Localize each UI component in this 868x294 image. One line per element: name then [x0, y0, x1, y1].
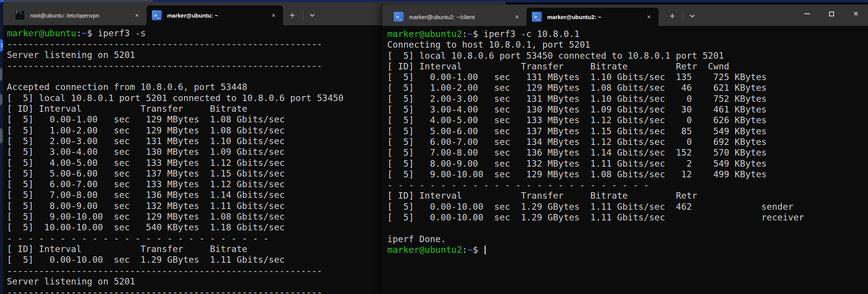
terminal-line: [ 5] local 10.8.0.6 port 53450 connected… — [387, 50, 868, 61]
terminal-line: [ 5] 1.00-2.00 sec 129 MBytes 1.08 Gbits… — [7, 125, 385, 136]
chevron-down-icon — [310, 12, 315, 17]
new-tab-button[interactable]: + — [666, 10, 678, 22]
terminal-line: Connecting to host 10.8.0.1, port 5201 — [387, 39, 868, 50]
terminal-line: iperf Done. — [387, 234, 868, 244]
tab-marker-ubuntu2-client[interactable]: >_ marker@ubuntu2: ~/client ✕ — [388, 8, 527, 26]
divider — [683, 11, 683, 21]
window-controls: ✕ — [795, 5, 868, 23]
terminal-line: ----------------------------------------… — [7, 265, 385, 276]
tab-bar: >_ marker@ubuntu2: ~/client ✕ >_ marker@… — [382, 5, 868, 26]
terminal-line: [ 5] 3.00-4.00 sec 130 MBytes 1.09 Gbits… — [387, 104, 868, 115]
maximize-button[interactable] — [819, 5, 844, 23]
terminal-line: [ 5] 0.00-10.00 sec 1.29 GBytes 1.11 Gbi… — [387, 212, 868, 223]
close-tab-icon[interactable]: ✕ — [132, 10, 142, 20]
close-tab-icon[interactable]: ✕ — [512, 12, 522, 22]
tab-label: root@ubuntu: /etc/openvpn — [30, 12, 127, 19]
terminal-line: marker@ubuntu:~$ iperf3 -s — [7, 28, 385, 39]
terminal-window-client: >_ marker@ubuntu2: ~/client ✕ >_ marker@… — [382, 5, 868, 294]
text-cursor — [485, 246, 486, 254]
terminal-line: ----------------------------------------… — [7, 39, 385, 49]
powershell-icon: >_ — [152, 10, 162, 20]
terminal-line: [ 5] 10.00-10.00 sec 540 KBytes 1.18 Gbi… — [7, 222, 385, 233]
terminal-window-server: root@ubuntu: /etc/openvpn ✕ >_ marker@ub… — [3, 2, 385, 294]
minimize-button[interactable] — [795, 5, 819, 23]
terminal-line: [ 5] 5.00-6.00 sec 137 MBytes 1.15 Gbits… — [7, 168, 385, 179]
tab-marker-ubuntu[interactable]: >_ marker@ubuntu: ~ ✕ — [147, 5, 283, 25]
terminal-line: [ 5] 3.00-4.00 sec 130 MBytes 1.09 Gbits… — [7, 146, 385, 157]
terminal-line — [7, 71, 385, 82]
terminal-line: [ 5] 0.00-1.00 sec 131 MBytes 1.10 Gbits… — [387, 72, 868, 82]
new-tab-button[interactable]: + — [286, 9, 298, 21]
powershell-icon: >_ — [394, 12, 404, 22]
terminal-line: Server listening on 5201 — [7, 276, 385, 287]
avatar-fragment — [0, 128, 3, 143]
terminal-line: [ 5] 1.00-2.00 sec 129 MBytes 1.08 Gbits… — [387, 82, 868, 93]
terminal-output-client[interactable]: marker@ubuntu2:~$ iperf3 -c 10.8.0.1Conn… — [382, 26, 868, 255]
terminal-line: [ 5] 0.00-10.00 sec 1.29 GBytes 1.11 Gbi… — [7, 254, 385, 265]
terminal-line: Server listening on 5201 — [7, 50, 385, 60]
tab-dropdown-button[interactable] — [306, 9, 318, 21]
terminal-line: [ 5] 7.00-8.00 sec 136 MBytes 1.14 Gbits… — [7, 190, 385, 200]
close-window-button[interactable]: ✕ — [844, 5, 868, 23]
terminal-line: marker@ubuntu2:~$ iperf3 -c 10.8.0.1 — [387, 29, 868, 39]
terminal-line: [ 5] 6.00-7.00 sec 133 MBytes 1.12 Gbits… — [7, 179, 385, 190]
terminal-line: [ 5] 8.00-9.00 sec 132 MBytes 1.11 Gbits… — [387, 158, 868, 169]
notification-badge: 1 — [0, 39, 3, 51]
terminal-line: [ 5] 9.00-10.00 sec 129 MBytes 1.08 Gbit… — [7, 211, 385, 222]
console-icon — [15, 10, 25, 20]
terminal-line: [ 5] 9.00-10.00 sec 129 MBytes 1.08 Gbit… — [387, 169, 868, 180]
terminal-line: ----------------------------------------… — [7, 60, 385, 71]
terminal-line: - - - - - - - - - - - - - - - - - - - - … — [387, 180, 868, 190]
maximize-icon — [829, 11, 834, 16]
terminal-line: - - - - - - - - - - - - - - - - - - - - … — [7, 233, 385, 244]
terminal-line: [ ID] Interval Transfer Bitrate — [7, 103, 385, 114]
terminal-line: Accepted connection from 10.8.0.6, port … — [7, 82, 385, 92]
terminal-line: [ 5] 0.00-10.00 sec 1.29 GBytes 1.11 Gbi… — [387, 201, 868, 212]
terminal-line: [ ID] Interval Transfer Bitrate — [7, 244, 385, 254]
terminal-line: [ 5] 8.00-9.00 sec 132 MBytes 1.11 Gbits… — [7, 201, 385, 211]
close-tab-icon[interactable]: ✕ — [269, 10, 279, 20]
tab-marker-ubuntu2[interactable]: >_ marker@ubuntu2: ~ ✕ — [527, 8, 659, 26]
tab-label: marker@ubuntu: ~ — [167, 12, 263, 19]
terminal-output-server[interactable]: marker@ubuntu:~$ iperf3 -s--------------… — [3, 25, 385, 294]
terminal-line: [ 5] 5.00-6.00 sec 137 MBytes 1.15 Gbits… — [387, 126, 868, 137]
tab-bar: root@ubuntu: /etc/openvpn ✕ >_ marker@ub… — [3, 2, 385, 25]
tab-label: marker@ubuntu2: ~ — [547, 14, 639, 20]
terminal-line: [ 5] 6.00-7.00 sec 134 MBytes 1.12 Gbits… — [387, 137, 868, 147]
powershell-icon: >_ — [532, 12, 542, 22]
close-tab-icon[interactable]: ✕ — [644, 12, 654, 22]
terminal-line: [ 5] 2.00-3.00 sec 131 MBytes 1.10 Gbits… — [7, 136, 385, 146]
terminal-line: [ ID] Interval Transfer Bitrate Retr — [387, 190, 868, 201]
terminal-line: [ 5] local 10.8.0.1 port 5201 connected … — [7, 93, 385, 103]
desktop: 1 root@ubuntu: /etc/openvpn ✕ >_ marker@… — [0, 0, 868, 294]
terminal-line: [ 5] 2.00-3.00 sec 131 MBytes 1.10 Gbits… — [387, 93, 868, 104]
tab-dropdown-button[interactable] — [686, 10, 698, 22]
avatar-fragment — [0, 94, 2, 105]
tab-label: marker@ubuntu2: ~/client — [409, 14, 507, 20]
chevron-down-icon — [690, 13, 695, 18]
divider — [303, 11, 303, 20]
tab-root-ubuntu-openvpn[interactable]: root@ubuntu: /etc/openvpn ✕ — [10, 5, 147, 25]
terminal-line: ----------------------------------------… — [7, 287, 385, 294]
background-app-edge-strip: 1 — [0, 2, 3, 294]
terminal-line: marker@ubuntu2:~$ — [387, 244, 868, 255]
terminal-line: [ 5] 7.00-8.00 sec 136 MBytes 1.14 Gbits… — [387, 147, 868, 158]
terminal-line: [ 5] 4.00-5.00 sec 133 MBytes 1.12 Gbits… — [387, 115, 868, 125]
terminal-line: [ ID] Interval Transfer Bitrate Retr Cwn… — [387, 61, 868, 72]
terminal-line: [ 5] 0.00-1.00 sec 129 MBytes 1.08 Gbits… — [7, 114, 385, 125]
avatar-fragment — [0, 68, 2, 81]
terminal-line: [ 5] 4.00-5.00 sec 133 MBytes 1.12 Gbits… — [7, 157, 385, 168]
terminal-line — [387, 223, 868, 233]
minimize-icon — [804, 13, 810, 14]
